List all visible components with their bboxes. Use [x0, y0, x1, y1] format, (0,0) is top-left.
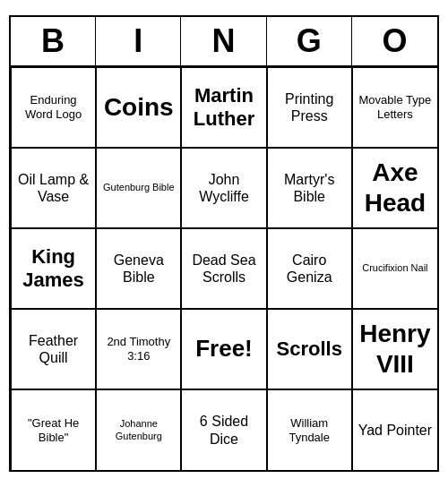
cell-text-13: Cairo Geniza	[271, 252, 348, 286]
cell-text-20: "Great He Bible"	[15, 416, 91, 444]
cell-text-18: Scrolls	[277, 337, 342, 361]
header-letter-n: N	[181, 17, 266, 65]
bingo-header: BINGO	[11, 17, 437, 67]
bingo-cell-22: 6 Sided Dice	[181, 389, 266, 470]
cell-text-19: Henry VIII	[357, 319, 434, 379]
cell-text-16: 2nd Timothy 3:16	[100, 335, 177, 363]
cell-text-0: Enduring Word Logo	[15, 93, 91, 121]
bingo-cell-13: Cairo Geniza	[267, 228, 352, 309]
cell-text-10: King James	[15, 245, 91, 293]
bingo-cell-5: Oil Lamp & Vase	[11, 148, 96, 228]
cell-text-21: Johanne Gutenburg	[100, 418, 177, 441]
bingo-cell-19: Henry VIII	[352, 309, 437, 389]
cell-text-14: Crucifixion Nail	[362, 262, 427, 274]
bingo-cell-6: Gutenburg Bible	[96, 148, 181, 228]
bingo-cell-18: Scrolls	[267, 309, 352, 389]
cell-text-17: Free!	[195, 335, 253, 363]
cell-text-5: Oil Lamp & Vase	[15, 171, 91, 205]
bingo-cell-15: Feather Quill	[11, 309, 96, 389]
bingo-cell-11: Geneva Bible	[96, 228, 181, 309]
cell-text-15: Feather Quill	[15, 332, 91, 366]
cell-text-1: Coins	[104, 92, 174, 123]
bingo-cell-20: "Great He Bible"	[11, 389, 96, 470]
bingo-cell-23: William Tyndale	[267, 389, 352, 470]
header-letter-o: O	[352, 17, 437, 65]
bingo-cell-17: Free!	[181, 309, 266, 389]
cell-text-12: Dead Sea Scrolls	[185, 252, 262, 286]
bingo-cell-14: Crucifixion Nail	[352, 228, 437, 309]
header-letter-b: B	[11, 17, 96, 65]
cell-text-2: Martin Luther	[185, 84, 262, 132]
cell-text-7: John Wycliffe	[185, 171, 262, 205]
bingo-cell-7: John Wycliffe	[181, 148, 266, 228]
cell-text-8: Martyr's Bible	[271, 171, 348, 205]
cell-text-22: 6 Sided Dice	[185, 413, 262, 447]
bingo-card: BINGO Enduring Word LogoCoinsMartin Luth…	[9, 15, 439, 472]
bingo-grid: Enduring Word LogoCoinsMartin LutherPrin…	[11, 67, 437, 470]
bingo-cell-0: Enduring Word Logo	[11, 67, 96, 148]
cell-text-11: Geneva Bible	[100, 252, 177, 286]
bingo-cell-8: Martyr's Bible	[267, 148, 352, 228]
cell-text-24: Yad Pointer	[358, 422, 432, 439]
bingo-cell-2: Martin Luther	[181, 67, 266, 148]
bingo-cell-4: Movable Type Letters	[352, 67, 437, 148]
bingo-cell-16: 2nd Timothy 3:16	[96, 309, 181, 389]
cell-text-3: Printing Press	[271, 90, 348, 124]
bingo-cell-3: Printing Press	[267, 67, 352, 148]
bingo-cell-10: King James	[11, 228, 96, 309]
header-letter-i: I	[96, 17, 181, 65]
header-letter-g: G	[267, 17, 352, 65]
bingo-cell-9: Axe Head	[352, 148, 437, 228]
cell-text-23: William Tyndale	[271, 416, 348, 444]
bingo-cell-21: Johanne Gutenburg	[96, 389, 181, 470]
cell-text-9: Axe Head	[357, 158, 434, 218]
bingo-cell-24: Yad Pointer	[352, 389, 437, 470]
cell-text-6: Gutenburg Bible	[103, 182, 175, 193]
bingo-cell-1: Coins	[96, 67, 181, 148]
bingo-cell-12: Dead Sea Scrolls	[181, 228, 266, 309]
cell-text-4: Movable Type Letters	[357, 93, 434, 121]
